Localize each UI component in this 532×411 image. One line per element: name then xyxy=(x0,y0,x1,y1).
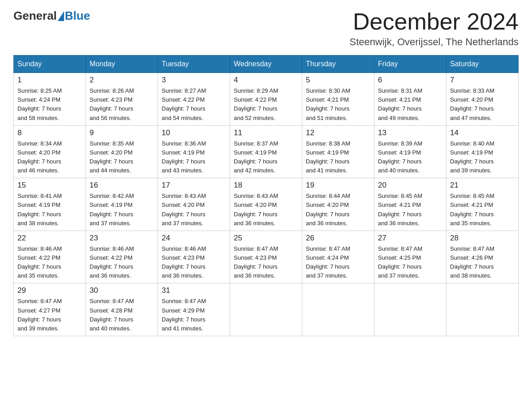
day-info: Sunrise: 8:46 AM Sunset: 4:22 PM Dayligh… xyxy=(17,244,82,281)
calendar-table: SundayMondayTuesdayWednesdayThursdayFrid… xyxy=(13,55,519,336)
calendar-day-cell: 4 Sunrise: 8:29 AM Sunset: 4:22 PM Dayli… xyxy=(230,73,302,126)
calendar-day-cell: 25 Sunrise: 8:47 AM Sunset: 4:23 PM Dayl… xyxy=(230,231,302,283)
day-number: 9 xyxy=(90,128,154,137)
calendar-day-cell: 10 Sunrise: 8:36 AM Sunset: 4:19 PM Dayl… xyxy=(158,125,230,178)
calendar-day-cell: 1 Sunrise: 8:25 AM Sunset: 4:24 PM Dayli… xyxy=(14,73,86,126)
day-number: 24 xyxy=(162,234,226,243)
day-info: Sunrise: 8:47 AM Sunset: 4:29 PM Dayligh… xyxy=(162,297,226,333)
day-info: Sunrise: 8:34 AM Sunset: 4:20 PM Dayligh… xyxy=(17,139,82,176)
day-number: 17 xyxy=(162,181,226,190)
logo: General Blue xyxy=(13,9,90,23)
day-of-week-header: Friday xyxy=(374,56,446,73)
calendar-day-cell: 26 Sunrise: 8:47 AM Sunset: 4:24 PM Dayl… xyxy=(302,231,374,283)
day-number: 31 xyxy=(162,286,226,295)
day-info: Sunrise: 8:36 AM Sunset: 4:19 PM Dayligh… xyxy=(162,139,226,176)
day-number: 26 xyxy=(306,234,370,243)
calendar-day-cell xyxy=(374,283,446,336)
calendar-day-cell: 20 Sunrise: 8:45 AM Sunset: 4:21 PM Dayl… xyxy=(374,178,446,231)
day-info: Sunrise: 8:38 AM Sunset: 4:19 PM Dayligh… xyxy=(306,139,370,176)
day-number: 10 xyxy=(162,128,226,137)
day-of-week-header: Monday xyxy=(86,56,158,73)
calendar-header-row: SundayMondayTuesdayWednesdayThursdayFrid… xyxy=(14,56,519,73)
day-number: 22 xyxy=(17,234,82,243)
calendar-day-cell xyxy=(446,283,519,336)
day-of-week-header: Wednesday xyxy=(230,56,302,73)
day-number: 14 xyxy=(450,128,515,137)
day-info: Sunrise: 8:47 AM Sunset: 4:28 PM Dayligh… xyxy=(90,297,154,333)
day-info: Sunrise: 8:47 AM Sunset: 4:25 PM Dayligh… xyxy=(378,244,442,281)
calendar-day-cell: 24 Sunrise: 8:46 AM Sunset: 4:23 PM Dayl… xyxy=(158,231,230,283)
day-of-week-header: Saturday xyxy=(446,56,519,73)
day-info: Sunrise: 8:41 AM Sunset: 4:19 PM Dayligh… xyxy=(17,192,82,228)
calendar-day-cell: 8 Sunrise: 8:34 AM Sunset: 4:20 PM Dayli… xyxy=(14,125,86,178)
day-of-week-header: Tuesday xyxy=(158,56,230,73)
location-title: Steenwijk, Overijssel, The Netherlands xyxy=(350,36,519,48)
calendar-day-cell: 21 Sunrise: 8:45 AM Sunset: 4:21 PM Dayl… xyxy=(446,178,519,231)
day-info: Sunrise: 8:46 AM Sunset: 4:22 PM Dayligh… xyxy=(90,244,154,281)
logo-general-text: General xyxy=(13,9,57,23)
calendar-day-cell: 14 Sunrise: 8:40 AM Sunset: 4:19 PM Dayl… xyxy=(446,125,519,178)
calendar-day-cell: 9 Sunrise: 8:35 AM Sunset: 4:20 PM Dayli… xyxy=(86,125,158,178)
day-number: 13 xyxy=(378,128,442,137)
calendar-day-cell: 12 Sunrise: 8:38 AM Sunset: 4:19 PM Dayl… xyxy=(302,125,374,178)
day-number: 23 xyxy=(90,234,154,243)
day-number: 19 xyxy=(306,181,370,190)
day-number: 11 xyxy=(234,128,298,137)
calendar-week-row: 8 Sunrise: 8:34 AM Sunset: 4:20 PM Dayli… xyxy=(14,125,519,178)
calendar-day-cell: 6 Sunrise: 8:31 AM Sunset: 4:21 PM Dayli… xyxy=(374,73,446,126)
calendar-day-cell: 23 Sunrise: 8:46 AM Sunset: 4:22 PM Dayl… xyxy=(86,231,158,283)
calendar-day-cell: 2 Sunrise: 8:26 AM Sunset: 4:23 PM Dayli… xyxy=(86,73,158,126)
day-info: Sunrise: 8:47 AM Sunset: 4:24 PM Dayligh… xyxy=(306,244,370,281)
day-number: 16 xyxy=(90,181,154,190)
calendar-day-cell xyxy=(302,283,374,336)
logo-blue-text: Blue xyxy=(65,9,90,23)
day-info: Sunrise: 8:47 AM Sunset: 4:26 PM Dayligh… xyxy=(450,244,515,281)
calendar-week-row: 22 Sunrise: 8:46 AM Sunset: 4:22 PM Dayl… xyxy=(14,231,519,283)
day-info: Sunrise: 8:43 AM Sunset: 4:20 PM Dayligh… xyxy=(162,192,226,228)
day-info: Sunrise: 8:47 AM Sunset: 4:27 PM Dayligh… xyxy=(17,297,82,333)
calendar-day-cell: 19 Sunrise: 8:44 AM Sunset: 4:20 PM Dayl… xyxy=(302,178,374,231)
day-number: 8 xyxy=(17,128,82,137)
day-number: 20 xyxy=(378,181,442,190)
calendar-day-cell: 15 Sunrise: 8:41 AM Sunset: 4:19 PM Dayl… xyxy=(14,178,86,231)
day-info: Sunrise: 8:26 AM Sunset: 4:23 PM Dayligh… xyxy=(90,86,154,123)
day-number: 2 xyxy=(90,76,154,85)
day-info: Sunrise: 8:37 AM Sunset: 4:19 PM Dayligh… xyxy=(234,139,298,176)
day-info: Sunrise: 8:35 AM Sunset: 4:20 PM Dayligh… xyxy=(90,139,154,176)
logo-triangle-icon xyxy=(58,11,64,21)
day-info: Sunrise: 8:33 AM Sunset: 4:20 PM Dayligh… xyxy=(450,86,515,123)
calendar-week-row: 29 Sunrise: 8:47 AM Sunset: 4:27 PM Dayl… xyxy=(14,283,519,336)
day-info: Sunrise: 8:47 AM Sunset: 4:23 PM Dayligh… xyxy=(234,244,298,281)
day-info: Sunrise: 8:31 AM Sunset: 4:21 PM Dayligh… xyxy=(378,86,442,123)
calendar-day-cell: 7 Sunrise: 8:33 AM Sunset: 4:20 PM Dayli… xyxy=(446,73,519,126)
day-of-week-header: Thursday xyxy=(302,56,374,73)
day-info: Sunrise: 8:30 AM Sunset: 4:21 PM Dayligh… xyxy=(306,86,370,123)
day-info: Sunrise: 8:44 AM Sunset: 4:20 PM Dayligh… xyxy=(306,192,370,228)
day-number: 21 xyxy=(450,181,515,190)
calendar-day-cell: 27 Sunrise: 8:47 AM Sunset: 4:25 PM Dayl… xyxy=(374,231,446,283)
day-number: 30 xyxy=(90,286,154,295)
day-number: 6 xyxy=(378,76,442,85)
day-of-week-header: Sunday xyxy=(14,56,86,73)
day-info: Sunrise: 8:43 AM Sunset: 4:20 PM Dayligh… xyxy=(234,192,298,228)
day-number: 1 xyxy=(17,76,82,85)
calendar-day-cell xyxy=(230,283,302,336)
day-number: 5 xyxy=(306,76,370,85)
day-number: 4 xyxy=(234,76,298,85)
day-number: 27 xyxy=(378,234,442,243)
calendar-day-cell: 29 Sunrise: 8:47 AM Sunset: 4:27 PM Dayl… xyxy=(14,283,86,336)
calendar-week-row: 1 Sunrise: 8:25 AM Sunset: 4:24 PM Dayli… xyxy=(14,73,519,126)
title-block: December 2024 Steenwijk, Overijssel, The… xyxy=(350,9,519,48)
day-number: 29 xyxy=(17,286,82,295)
day-info: Sunrise: 8:39 AM Sunset: 4:19 PM Dayligh… xyxy=(378,139,442,176)
day-number: 15 xyxy=(17,181,82,190)
day-number: 7 xyxy=(450,76,515,85)
day-number: 12 xyxy=(306,128,370,137)
day-info: Sunrise: 8:40 AM Sunset: 4:19 PM Dayligh… xyxy=(450,139,515,176)
calendar-day-cell: 30 Sunrise: 8:47 AM Sunset: 4:28 PM Dayl… xyxy=(86,283,158,336)
calendar-day-cell: 13 Sunrise: 8:39 AM Sunset: 4:19 PM Dayl… xyxy=(374,125,446,178)
day-info: Sunrise: 8:42 AM Sunset: 4:19 PM Dayligh… xyxy=(90,192,154,228)
page-header: General Blue December 2024 Steenwijk, Ov… xyxy=(13,9,519,48)
calendar-day-cell: 17 Sunrise: 8:43 AM Sunset: 4:20 PM Dayl… xyxy=(158,178,230,231)
calendar-day-cell: 28 Sunrise: 8:47 AM Sunset: 4:26 PM Dayl… xyxy=(446,231,519,283)
